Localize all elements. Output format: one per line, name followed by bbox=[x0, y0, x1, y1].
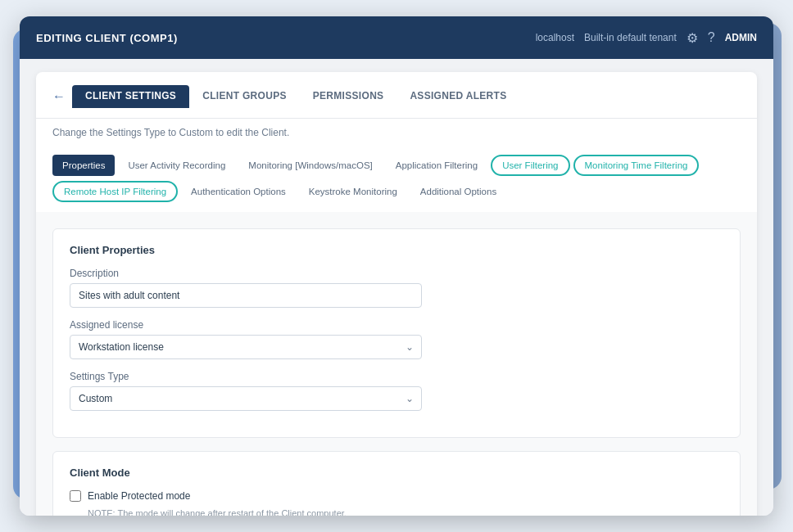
tab-monitoring-windows[interactable]: Monitoring [Windows/macOS] bbox=[238, 155, 382, 176]
tab-auth-options[interactable]: Authentication Options bbox=[181, 181, 296, 202]
tertiary-tab-nav: Remote Host IP Filtering Authentication … bbox=[36, 176, 757, 212]
tab-application-filtering[interactable]: Application Filtering bbox=[386, 155, 487, 176]
header-server: localhost bbox=[536, 32, 574, 43]
help-icon[interactable]: ? bbox=[708, 30, 715, 45]
tab-client-groups[interactable]: CLIENT GROUPS bbox=[189, 85, 300, 108]
secondary-tab-nav: Properties User Activity Recording Monit… bbox=[36, 147, 757, 176]
tab-monitoring-time[interactable]: Monitoring Time Filtering bbox=[573, 155, 700, 176]
header-right: localhost Built-in default tenant ⚙ ? AD… bbox=[536, 30, 757, 46]
primary-tab-nav: CLIENT SETTINGS CLIENT GROUPS PERMISSION… bbox=[72, 85, 519, 108]
assigned-license-wrapper: Workstation license ⌄ bbox=[70, 335, 422, 359]
gear-icon[interactable]: ⚙ bbox=[687, 30, 698, 46]
main-card: ← CLIENT SETTINGS CLIENT GROUPS PERMISSI… bbox=[36, 72, 757, 516]
client-mode-section: Client Mode Enable Protected mode NOTE: … bbox=[52, 451, 741, 516]
main-content: ← CLIENT SETTINGS CLIENT GROUPS PERMISSI… bbox=[20, 59, 773, 516]
tab-client-settings[interactable]: CLIENT SETTINGS bbox=[72, 85, 189, 108]
card-header: ← CLIENT SETTINGS CLIENT GROUPS PERMISSI… bbox=[36, 72, 757, 119]
assigned-license-label: Assigned license bbox=[70, 319, 723, 331]
settings-type-label: Settings Type bbox=[70, 371, 723, 382]
tab-keystroke[interactable]: Keystroke Monitoring bbox=[299, 181, 407, 202]
settings-type-wrapper: Custom ⌄ bbox=[70, 386, 422, 411]
info-text: Change the Settings Type to Custom to ed… bbox=[36, 119, 757, 147]
tab-remote-host[interactable]: Remote Host IP Filtering bbox=[52, 181, 178, 202]
tab-properties[interactable]: Properties bbox=[52, 155, 115, 176]
description-input[interactable] bbox=[70, 283, 422, 308]
app-container: EDITING CLIENT (COMP1) localhost Built-i… bbox=[20, 16, 773, 516]
protected-mode-group: Enable Protected mode bbox=[70, 490, 723, 502]
outer-wrapper: EDITING CLIENT (COMP1) localhost Built-i… bbox=[20, 16, 773, 516]
tab-additional[interactable]: Additional Options bbox=[410, 181, 506, 202]
header-tenant: Built-in default tenant bbox=[584, 32, 677, 43]
description-group: Description bbox=[70, 268, 723, 308]
protected-mode-note: NOTE: The mode will change after restart… bbox=[88, 508, 723, 516]
back-button[interactable]: ← bbox=[52, 89, 66, 104]
tab-permissions[interactable]: PERMISSIONS bbox=[300, 85, 397, 108]
section-title-mode: Client Mode bbox=[70, 467, 723, 479]
header-title: EDITING CLIENT (COMP1) bbox=[36, 32, 178, 44]
protected-mode-label: Enable Protected mode bbox=[88, 490, 190, 502]
header-bar: EDITING CLIENT (COMP1) localhost Built-i… bbox=[20, 16, 773, 59]
client-properties-section: Client Properties Description Assigned l… bbox=[52, 228, 741, 438]
protected-mode-checkbox[interactable] bbox=[70, 490, 81, 502]
tab-user-activity[interactable]: User Activity Recording bbox=[118, 155, 235, 176]
section-title-properties: Client Properties bbox=[70, 244, 723, 256]
assigned-license-group: Assigned license Workstation license ⌄ bbox=[70, 319, 723, 359]
tab-assigned-alerts[interactable]: ASSIGNED ALERTS bbox=[396, 85, 519, 108]
tab-user-filtering[interactable]: User Filtering bbox=[491, 155, 569, 176]
assigned-license-select[interactable]: Workstation license bbox=[70, 335, 422, 359]
breadcrumb-nav: ← CLIENT SETTINGS CLIENT GROUPS PERMISSI… bbox=[52, 85, 741, 108]
settings-type-select[interactable]: Custom bbox=[70, 386, 422, 411]
settings-type-group: Settings Type Custom ⌄ bbox=[70, 371, 723, 411]
header-admin: ADMIN bbox=[725, 32, 757, 43]
form-content: Client Properties Description Assigned l… bbox=[36, 212, 757, 516]
description-label: Description bbox=[70, 268, 723, 279]
